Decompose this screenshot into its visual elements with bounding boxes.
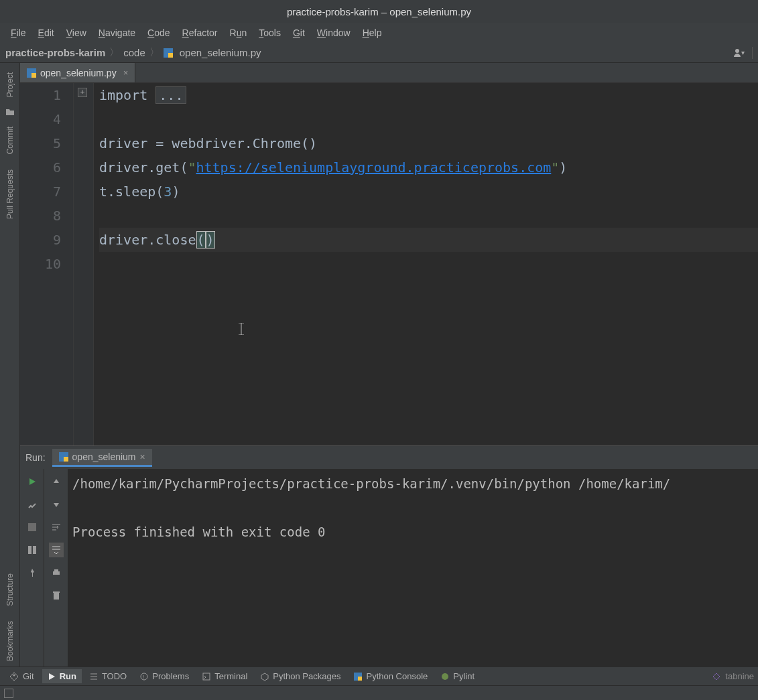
terminal-icon [202,673,210,681]
bottom-python-packages[interactable]: Python Packages [255,669,346,683]
svg-text:!: ! [143,674,144,680]
menu-navigate[interactable]: Navigate [93,25,141,41]
user-icon[interactable]: ▾ [733,48,745,58]
bottom-git[interactable]: Git [4,669,40,683]
editor-tab[interactable]: open_selenium.py × [20,63,135,82]
svg-rect-14 [53,571,60,575]
line-number: 4 [20,107,61,131]
stop-icon[interactable] [25,520,40,535]
fold-expand-icon[interactable]: + [78,88,87,97]
breadcrumb-folder[interactable]: code [123,47,145,58]
menu-code[interactable]: Code [142,25,175,41]
svg-rect-10 [64,457,68,462]
menu-run[interactable]: Run [225,25,253,41]
pin-icon[interactable] [25,565,40,580]
chevron-right-icon: 〉 [109,46,119,59]
menu-edit[interactable]: Edit [33,25,60,41]
down-icon[interactable] [49,497,64,512]
svg-rect-16 [54,593,59,600]
tool-project[interactable]: Project [5,67,15,102]
trash-icon[interactable] [49,588,64,603]
bottom-problems[interactable]: ! Problems [135,669,194,683]
bottom-label: Problems [152,671,189,681]
svg-rect-23 [358,677,362,681]
git-icon [9,672,19,681]
bottom-label: Git [23,671,34,681]
run-header: Run: open_selenium × [20,446,758,469]
svg-rect-17 [53,591,60,593]
run-label: Run: [25,452,46,463]
code-line: driver = webdriver.Chrome() [99,131,758,155]
print-icon[interactable] [49,565,64,580]
code-text: ( [196,231,206,249]
svg-point-24 [442,673,448,680]
pylint-icon [441,673,449,681]
left-tool-stripe: Project Commit Pull Requests Structure B… [0,63,20,667]
breadcrumb-file[interactable]: open_selenium.py [180,47,261,58]
menu-view[interactable]: View [61,25,92,41]
line-number: 10 [20,252,61,276]
menu-window[interactable]: Window [312,25,356,41]
bottom-python-console[interactable]: Python Console [349,669,433,683]
chevron-right-icon: 〉 [149,46,160,59]
code-editor[interactable]: 1 4 5 6 7 8 9 10 + import ... driver = w… [20,83,758,445]
menu-help[interactable]: Help [357,25,387,41]
line-number: 7 [20,180,61,204]
window-title: practice-probs-karim – open_selenium.py [287,6,471,17]
menu-git[interactable]: Git [288,25,310,41]
folded-region[interactable]: ... [155,86,186,104]
play-icon [48,673,56,681]
tool-bookmarks[interactable]: Bookmarks [5,616,15,667]
svg-text:▾: ▾ [741,49,745,56]
code-text: ) [172,184,180,200]
svg-rect-12 [28,546,31,554]
bottom-label: TODO [102,671,127,681]
line-number: 5 [20,131,61,155]
divider [752,47,753,59]
breadcrumb-root[interactable]: practice-probs-karim [5,47,105,58]
folder-icon[interactable] [5,107,15,117]
rerun-icon[interactable] [25,474,40,489]
svg-rect-21 [203,673,210,680]
line-number: 9 [20,228,61,252]
bottom-run[interactable]: Run [42,669,82,683]
url-text: https://seleniumplayground.practiceprobs… [196,159,552,176]
close-icon[interactable]: × [140,451,145,462]
fold-gutter: + [74,83,94,445]
up-icon[interactable] [49,474,64,489]
tool-commit[interactable]: Commit [5,121,15,159]
settings-icon[interactable] [25,497,40,512]
bottom-label: Pylint [453,671,475,681]
code-content[interactable]: import ... driver = webdriver.Chrome() d… [94,83,758,445]
package-icon [261,673,269,681]
close-icon[interactable]: × [123,68,129,78]
bottom-label: Terminal [214,671,247,681]
window-titlebar: practice-probs-karim – open_selenium.py [0,0,758,23]
bottom-label: Run [60,671,76,681]
line-number: 6 [20,155,61,180]
output-line: /home/karim/PycharmProjects/practice-pro… [72,472,754,496]
tool-windows-icon[interactable] [4,689,13,698]
menu-refactor[interactable]: Refactor [177,25,223,41]
bottom-pylint[interactable]: Pylint [436,669,480,683]
run-toolbar-secondary [44,469,68,667]
run-output[interactable]: /home/karim/PycharmProjects/practice-pro… [68,469,758,667]
tool-pull-requests[interactable]: Pull Requests [5,164,15,224]
tabnine-label[interactable]: tabnine [725,671,754,681]
code-text: " [188,159,196,176]
scroll-to-end-icon[interactable] [49,543,64,557]
run-tab[interactable]: open_selenium × [52,449,152,467]
line-number: 1 [20,83,61,107]
bottom-todo[interactable]: TODO [84,669,132,683]
navigation-bar: practice-probs-karim 〉 code 〉 open_selen… [0,43,758,63]
menu-tools[interactable]: Tools [253,25,286,41]
menubar: File Edit View Navigate Code Refactor Ru… [0,23,758,43]
menu-file[interactable]: File [5,25,31,41]
soft-wrap-icon[interactable] [49,520,64,535]
tool-structure[interactable]: Structure [5,568,15,612]
code-text: driver.get( [99,159,188,176]
bottom-terminal[interactable]: Terminal [197,669,253,683]
layout-icon[interactable] [25,543,40,557]
svg-rect-13 [33,546,36,554]
run-tool-window: Run: open_selenium × [20,445,758,667]
